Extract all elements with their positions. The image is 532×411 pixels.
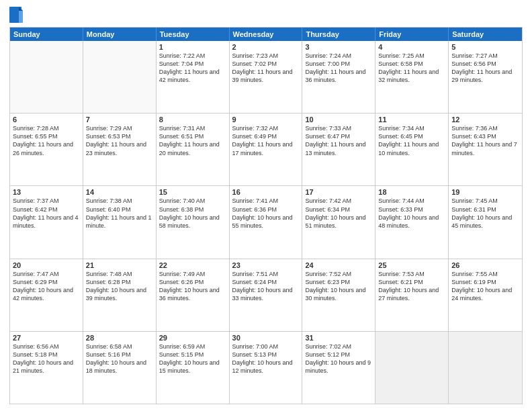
calendar-cell [10, 41, 83, 113]
calendar-cell: 24Sunrise: 7:52 AM Sunset: 6:23 PM Dayli… [302, 259, 375, 331]
calendar-cell: 11Sunrise: 7:34 AM Sunset: 6:45 PM Dayli… [375, 113, 449, 185]
calendar-cell: 7Sunrise: 7:29 AM Sunset: 6:53 PM Daylig… [83, 113, 157, 185]
day-number: 19 [451, 188, 519, 196]
cell-info: Sunrise: 7:48 AM Sunset: 6:28 PM Dayligh… [86, 270, 153, 303]
day-number: 18 [378, 188, 445, 196]
calendar-header: SundayMondayTuesdayWednesdayThursdayFrid… [10, 28, 522, 41]
calendar: SundayMondayTuesdayWednesdayThursdayFrid… [9, 27, 523, 404]
day-number: 1 [159, 43, 226, 51]
calendar-cell: 6Sunrise: 7:28 AM Sunset: 6:55 PM Daylig… [10, 113, 83, 185]
weekday-header-monday: Monday [83, 28, 157, 41]
calendar-row-1: 6Sunrise: 7:28 AM Sunset: 6:55 PM Daylig… [10, 113, 522, 185]
calendar-cell: 17Sunrise: 7:42 AM Sunset: 6:34 PM Dayli… [302, 186, 375, 258]
calendar-cell [449, 332, 522, 404]
cell-info: Sunrise: 7:27 AM Sunset: 6:56 PM Dayligh… [451, 52, 519, 85]
cell-info: Sunrise: 7:25 AM Sunset: 6:58 PM Dayligh… [378, 52, 445, 85]
day-number: 28 [86, 334, 153, 342]
calendar-cell: 13Sunrise: 7:37 AM Sunset: 6:42 PM Dayli… [10, 186, 83, 258]
calendar-cell: 22Sunrise: 7:49 AM Sunset: 6:26 PM Dayli… [157, 259, 230, 331]
calendar-cell: 3Sunrise: 7:24 AM Sunset: 7:00 PM Daylig… [302, 41, 375, 113]
cell-info: Sunrise: 7:55 AM Sunset: 6:19 PM Dayligh… [451, 270, 519, 303]
calendar-body: 1Sunrise: 7:22 AM Sunset: 7:04 PM Daylig… [10, 41, 522, 404]
day-number: 29 [159, 334, 226, 342]
cell-info: Sunrise: 7:31 AM Sunset: 6:51 PM Dayligh… [159, 124, 226, 157]
day-number: 17 [305, 188, 372, 196]
day-number: 2 [232, 43, 300, 51]
day-number: 25 [378, 261, 445, 269]
calendar-cell: 19Sunrise: 7:45 AM Sunset: 6:31 PM Dayli… [449, 186, 522, 258]
cell-info: Sunrise: 7:37 AM Sunset: 6:42 PM Dayligh… [13, 197, 80, 230]
calendar-cell: 2Sunrise: 7:23 AM Sunset: 7:02 PM Daylig… [230, 41, 303, 113]
calendar-cell: 14Sunrise: 7:38 AM Sunset: 6:40 PM Dayli… [83, 186, 157, 258]
day-number: 10 [305, 116, 372, 124]
calendar-cell: 4Sunrise: 7:25 AM Sunset: 6:58 PM Daylig… [375, 41, 449, 113]
calendar-row-2: 13Sunrise: 7:37 AM Sunset: 6:42 PM Dayli… [10, 185, 522, 258]
day-number: 20 [13, 261, 80, 269]
day-number: 11 [378, 116, 445, 124]
logo-icon [9, 7, 23, 23]
day-number: 31 [305, 334, 372, 342]
cell-info: Sunrise: 6:58 AM Sunset: 5:16 PM Dayligh… [86, 342, 153, 375]
calendar-cell: 8Sunrise: 7:31 AM Sunset: 6:51 PM Daylig… [157, 113, 230, 185]
day-number: 23 [232, 261, 300, 269]
calendar-cell: 25Sunrise: 7:53 AM Sunset: 6:21 PM Dayli… [375, 259, 449, 331]
cell-info: Sunrise: 7:45 AM Sunset: 6:31 PM Dayligh… [451, 197, 519, 230]
day-number: 14 [86, 188, 153, 196]
day-number: 5 [451, 43, 519, 51]
cell-info: Sunrise: 7:49 AM Sunset: 6:26 PM Dayligh… [159, 270, 226, 303]
cell-info: Sunrise: 6:59 AM Sunset: 5:15 PM Dayligh… [159, 342, 226, 375]
calendar-cell: 18Sunrise: 7:44 AM Sunset: 6:33 PM Dayli… [375, 186, 449, 258]
cell-info: Sunrise: 7:42 AM Sunset: 6:34 PM Dayligh… [305, 197, 372, 230]
day-number: 3 [305, 43, 372, 51]
calendar-cell: 31Sunrise: 7:02 AM Sunset: 5:12 PM Dayli… [302, 332, 375, 404]
cell-info: Sunrise: 7:02 AM Sunset: 5:12 PM Dayligh… [305, 342, 372, 375]
day-number: 21 [86, 261, 153, 269]
calendar-cell: 1Sunrise: 7:22 AM Sunset: 7:04 PM Daylig… [157, 41, 230, 113]
page: SundayMondayTuesdayWednesdayThursdayFrid… [0, 0, 532, 411]
day-number: 4 [378, 43, 445, 51]
day-number: 8 [159, 116, 226, 124]
cell-info: Sunrise: 7:53 AM Sunset: 6:21 PM Dayligh… [378, 270, 445, 303]
calendar-row-0: 1Sunrise: 7:22 AM Sunset: 7:04 PM Daylig… [10, 41, 522, 113]
day-number: 26 [451, 261, 519, 269]
day-number: 15 [159, 188, 226, 196]
weekday-header-sunday: Sunday [10, 28, 83, 41]
weekday-header-tuesday: Tuesday [157, 28, 230, 41]
day-number: 16 [232, 188, 300, 196]
cell-info: Sunrise: 7:38 AM Sunset: 6:40 PM Dayligh… [86, 197, 153, 230]
cell-info: Sunrise: 7:28 AM Sunset: 6:55 PM Dayligh… [13, 124, 80, 157]
cell-info: Sunrise: 7:23 AM Sunset: 7:02 PM Dayligh… [232, 52, 300, 85]
weekday-header-wednesday: Wednesday [230, 28, 303, 41]
header [9, 7, 523, 23]
day-number: 7 [86, 116, 153, 124]
calendar-cell: 23Sunrise: 7:51 AM Sunset: 6:24 PM Dayli… [230, 259, 303, 331]
calendar-cell [83, 41, 157, 113]
day-number: 22 [159, 261, 226, 269]
cell-info: Sunrise: 7:29 AM Sunset: 6:53 PM Dayligh… [86, 124, 153, 157]
day-number: 6 [13, 116, 80, 124]
calendar-cell: 27Sunrise: 6:56 AM Sunset: 5:18 PM Dayli… [10, 332, 83, 404]
calendar-row-3: 20Sunrise: 7:47 AM Sunset: 6:29 PM Dayli… [10, 259, 522, 331]
calendar-cell: 30Sunrise: 7:00 AM Sunset: 5:13 PM Dayli… [230, 332, 303, 404]
calendar-row-4: 27Sunrise: 6:56 AM Sunset: 5:18 PM Dayli… [10, 331, 522, 404]
calendar-cell [375, 332, 449, 404]
day-number: 27 [13, 334, 80, 342]
calendar-cell: 10Sunrise: 7:33 AM Sunset: 6:47 PM Dayli… [302, 113, 375, 185]
weekday-header-friday: Friday [375, 28, 449, 41]
day-number: 24 [305, 261, 372, 269]
cell-info: Sunrise: 7:41 AM Sunset: 6:36 PM Dayligh… [232, 197, 300, 230]
cell-info: Sunrise: 7:52 AM Sunset: 6:23 PM Dayligh… [305, 270, 372, 303]
cell-info: Sunrise: 7:32 AM Sunset: 6:49 PM Dayligh… [232, 124, 300, 157]
calendar-cell: 16Sunrise: 7:41 AM Sunset: 6:36 PM Dayli… [230, 186, 303, 258]
weekday-header-saturday: Saturday [449, 28, 522, 41]
cell-info: Sunrise: 7:36 AM Sunset: 6:43 PM Dayligh… [451, 124, 519, 157]
cell-info: Sunrise: 7:24 AM Sunset: 7:00 PM Dayligh… [305, 52, 372, 85]
calendar-cell: 12Sunrise: 7:36 AM Sunset: 6:43 PM Dayli… [449, 113, 522, 185]
calendar-cell: 20Sunrise: 7:47 AM Sunset: 6:29 PM Dayli… [10, 259, 83, 331]
weekday-header-thursday: Thursday [302, 28, 375, 41]
cell-info: Sunrise: 7:00 AM Sunset: 5:13 PM Dayligh… [232, 342, 300, 375]
day-number: 30 [232, 334, 300, 342]
day-number: 13 [13, 188, 80, 196]
cell-info: Sunrise: 7:44 AM Sunset: 6:33 PM Dayligh… [378, 197, 445, 230]
day-number: 12 [451, 116, 519, 124]
